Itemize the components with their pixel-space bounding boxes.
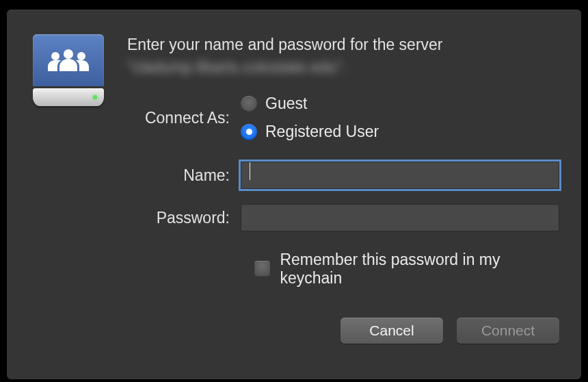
- connect-button[interactable]: Connect: [457, 318, 559, 344]
- registered-user-radio-option[interactable]: Registered User: [241, 123, 379, 141]
- svg-point-1: [51, 52, 59, 60]
- radio-icon: [241, 124, 257, 140]
- connect-to-server-dialog: Enter your name and password for the ser…: [7, 10, 581, 379]
- server-icon: [31, 34, 105, 360]
- dialog-prompt: Enter your name and password for the ser…: [127, 34, 559, 55]
- connect-as-label: Connect As:: [127, 109, 241, 127]
- people-icon: [47, 47, 90, 73]
- cancel-button[interactable]: Cancel: [340, 318, 443, 344]
- guest-radio-option[interactable]: Guest: [241, 94, 379, 113]
- server-hostname: "cladump.libarts.colostate.edu".: [127, 58, 559, 77]
- name-field[interactable]: [241, 162, 559, 189]
- svg-point-2: [77, 52, 85, 60]
- checkbox-icon: [254, 261, 270, 277]
- name-label: Name:: [127, 166, 241, 185]
- svg-point-0: [64, 49, 73, 59]
- password-field[interactable]: [241, 204, 559, 231]
- remember-keychain-checkbox[interactable]: Remember this password in my keychain: [254, 251, 559, 288]
- radio-icon: [241, 96, 257, 112]
- remember-label: Remember this password in my keychain: [280, 251, 559, 288]
- guest-label: Guest: [265, 94, 307, 113]
- password-label: Password:: [127, 209, 241, 227]
- registered-user-label: Registered User: [265, 123, 379, 141]
